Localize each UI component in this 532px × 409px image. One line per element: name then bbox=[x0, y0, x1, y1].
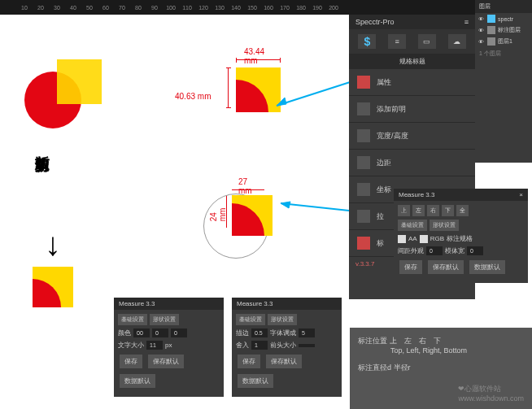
panel-subtitle: 规格标题 bbox=[349, 54, 475, 69]
dimension-width: 43.44 mm bbox=[244, 47, 264, 65]
svg-marker-3 bbox=[281, 202, 290, 208]
panel-title[interactable]: Measure 3.3 bbox=[399, 191, 434, 198]
layer-row[interactable]: 👁图层1 bbox=[475, 36, 532, 47]
bottom-info: 标注位置 上 左 右 下 Top, Left, Right, Bottom 标注… bbox=[350, 328, 532, 409]
layer-row[interactable]: 👁标注图层 bbox=[475, 24, 532, 36]
checkbox[interactable] bbox=[420, 235, 428, 243]
spec-item-wh[interactable]: 宽度/高度 bbox=[349, 123, 475, 150]
dimension-width: 27 mm bbox=[238, 177, 252, 195]
red-quarter bbox=[33, 279, 61, 307]
panel-tabs: $ ≡ ▭ ☁ bbox=[349, 29, 475, 54]
tab-list-icon[interactable]: ≡ bbox=[388, 34, 406, 49]
canvas[interactable]: 剪切蒙版 ↓ 43.44 mm 40.63 mm 27 mm 24 mm bbox=[0, 15, 350, 340]
arrow-down-icon: ↓ bbox=[45, 226, 61, 263]
layer-row[interactable]: 👁spectr bbox=[475, 13, 532, 24]
tab-dollar-icon[interactable]: $ bbox=[358, 34, 376, 49]
spec-item-properties[interactable]: 属性 bbox=[349, 69, 475, 96]
yellow-square[interactable] bbox=[57, 59, 102, 104]
tab-box-icon[interactable]: ▭ bbox=[418, 34, 436, 49]
shape-result[interactable] bbox=[33, 267, 73, 307]
dimension-height: 40.63 mm bbox=[175, 92, 211, 101]
watermark: ❤心愿软件站 www.wishdown.com bbox=[458, 384, 524, 402]
spec-item-margin[interactable]: 边距 bbox=[349, 150, 475, 176]
save-button[interactable]: 保存 bbox=[399, 260, 422, 274]
checkbox[interactable] bbox=[398, 235, 406, 243]
yellow-square-result[interactable] bbox=[33, 267, 73, 307]
layers-title[interactable]: 图层 bbox=[475, 0, 532, 13]
delete-button[interactable]: 数据默认 bbox=[469, 260, 505, 274]
panel-menu-icon[interactable]: ≡ bbox=[464, 18, 469, 26]
dim-line-h bbox=[232, 189, 264, 190]
svg-marker-1 bbox=[277, 98, 286, 106]
measure-panel-floating[interactable]: Measure 3.3× 上 左 右 下 全 基础设置形状设置 AA RGB 标… bbox=[394, 189, 528, 283]
ruler: 1020304050607080901001101201301401501601… bbox=[0, 0, 532, 15]
layers-panel[interactable]: 图层 👁spectr👁标注图层👁图层1 1 个图层 bbox=[475, 0, 532, 163]
position-tabs: 上 左 右 下 全 bbox=[398, 205, 524, 216]
measure-panel-2[interactable]: Measure 3.3 基础设置形状设置 描边0.5字体调成5 舍入1前头大小 … bbox=[232, 298, 342, 397]
dim-line-h bbox=[236, 59, 281, 60]
tab-cloud-icon[interactable]: ☁ bbox=[448, 34, 466, 49]
close-icon[interactable]: × bbox=[519, 191, 523, 198]
dim-line-v bbox=[228, 67, 229, 108]
panel-title: Specctr-Pro bbox=[355, 18, 395, 26]
measure-panel-1[interactable]: Measure 3.3 基础设置形状设置 颜色0000 文字大小11px 保存保… bbox=[114, 298, 224, 397]
spec-item-add[interactable]: 添加前明 bbox=[349, 96, 475, 123]
restore-button[interactable]: 保存默认 bbox=[428, 260, 464, 274]
panel-header[interactable]: Specctr-Pro ≡ bbox=[349, 15, 475, 29]
layers-footer: 1 个图层 bbox=[475, 47, 532, 60]
